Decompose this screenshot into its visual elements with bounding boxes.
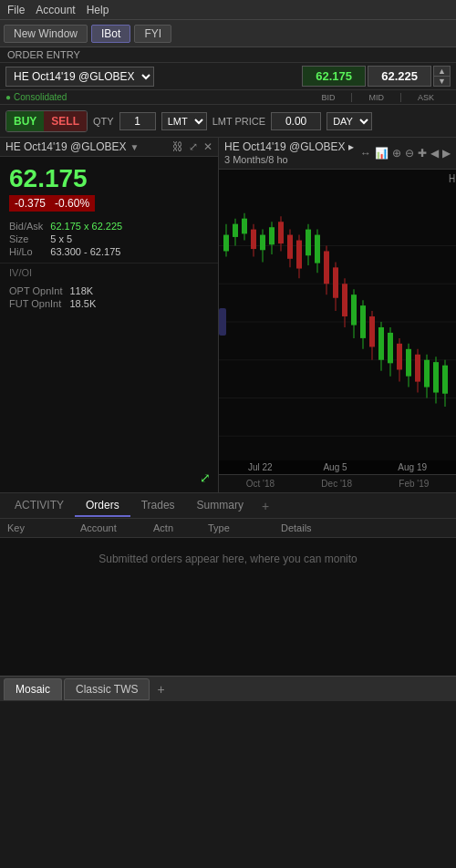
svg-rect-23 <box>296 241 302 269</box>
chart-bar-icon[interactable]: 📊 <box>375 147 389 160</box>
qty-label: QTY <box>93 116 114 127</box>
chart-prev-icon[interactable]: ◀ <box>430 147 439 160</box>
svg-rect-17 <box>269 227 275 244</box>
ibot-button[interactable]: IBot <box>91 25 130 43</box>
size-val: 5 x 5 <box>50 233 209 244</box>
consolidated-label: ● Consolidated <box>5 92 67 102</box>
bid-label: BID <box>321 93 335 102</box>
svg-rect-21 <box>287 235 293 259</box>
tab-content: Key Account Actn Type Details Submitted … <box>0 519 456 676</box>
panel-dropdown-icon[interactable]: ▼ <box>130 142 140 152</box>
col-account: Account <box>80 522 153 533</box>
iv-oi-section: IV/OI <box>0 263 218 280</box>
chart-scroll-left[interactable] <box>219 308 226 336</box>
footer-tab-add-button[interactable]: + <box>151 682 170 697</box>
col-actn: Actn <box>153 522 208 533</box>
chart-x-labels: Jul 22 Aug 5 Aug 19 <box>219 460 456 474</box>
tab-add-button[interactable]: + <box>254 499 276 513</box>
tab-summary[interactable]: Summary <box>186 495 254 517</box>
new-window-button[interactable]: New Window <box>4 25 88 43</box>
chart-x-label-2: Aug 5 <box>323 462 347 472</box>
col-details: Details <box>281 522 449 533</box>
svg-rect-13 <box>251 230 256 249</box>
svg-rect-29 <box>324 251 329 284</box>
main-area: HE Oct14'19 @GLOBEX ▼ ⛓ ⤢ ✕ 62.175 -0.37… <box>0 138 456 493</box>
svg-rect-35 <box>351 294 357 325</box>
svg-rect-7 <box>223 235 229 252</box>
left-panel: HE Oct14'19 @GLOBEX ▼ ⛓ ⤢ ✕ 62.175 -0.37… <box>0 138 219 492</box>
buy-sell-group: BUY SELL <box>5 110 88 132</box>
bottom-expand-icon[interactable]: ⤢ <box>200 470 211 485</box>
chart-title: HE Oct14'19 @GLOBEX ▸ 3 Months/8 ho <box>224 140 360 166</box>
symbol-select[interactable]: HE Oct14'19 @GLOBEX <box>5 67 154 87</box>
expand-icon[interactable]: ⤢ <box>189 140 198 153</box>
orders-empty-message: Submitted orders appear here, where you … <box>0 538 456 580</box>
day-select[interactable]: DAY GTC IOC <box>326 112 372 130</box>
main-price: 62.175 <box>9 164 209 193</box>
mid-label: MID <box>368 93 384 102</box>
tab-orders[interactable]: Orders <box>75 495 130 517</box>
menu-bar: File Account Help <box>0 0 456 20</box>
opt-opnint-val: 118K <box>70 285 210 296</box>
order-entry-label: ORDER ENTRY <box>7 49 80 60</box>
lmt-price-label: LMT PRICE <box>212 116 265 127</box>
tab-activity[interactable]: ACTIVITY <box>4 495 75 517</box>
price-spinner[interactable]: ▲ ▼ <box>433 66 451 87</box>
svg-rect-45 <box>397 344 402 370</box>
opt-opnint-key: OPT OpnInt <box>9 285 63 296</box>
chart-date-labels: Oct '18 Dec '18 Feb '19 <box>223 479 452 489</box>
footer-tab-classic-tws[interactable]: Classic TWS <box>64 678 150 700</box>
chart-panel: HE Oct14'19 @GLOBEX ▸ 3 Months/8 ho ↔ 📊 … <box>219 138 456 492</box>
buy-button[interactable]: BUY <box>6 111 44 131</box>
svg-rect-55 <box>442 366 448 394</box>
chart-area[interactable]: H Jul 22 Aug 5 Aug 19 <box>219 170 456 474</box>
left-panel-title: HE Oct14'19 @GLOBEX ▼ <box>5 140 139 153</box>
chart-zoom-in-icon[interactable]: ⊕ <box>392 147 401 160</box>
chart-date-scroll[interactable]: Oct '18 Dec '18 Feb '19 <box>219 474 456 492</box>
bid-ask-val: 62.175 x 62.225 <box>50 221 209 232</box>
table-header: Key Account Actn Type Details <box>0 519 456 538</box>
chart-zoom-out-icon[interactable]: ⊖ <box>405 147 414 160</box>
svg-rect-27 <box>315 235 320 264</box>
svg-rect-37 <box>360 305 366 338</box>
sell-button[interactable]: SELL <box>44 111 87 131</box>
svg-rect-49 <box>415 355 420 382</box>
menu-file[interactable]: File <box>7 4 25 16</box>
panel-icons: ⛓ ⤢ ✕ <box>172 140 212 153</box>
hi-lo-val: 63.300 - 62.175 <box>50 246 209 257</box>
svg-rect-41 <box>378 327 384 360</box>
qty-input[interactable] <box>119 112 156 130</box>
svg-rect-25 <box>306 230 311 256</box>
ask-price-box: 62.225 <box>368 66 431 87</box>
col-key: Key <box>7 522 80 533</box>
price-change: -0.375 -0.60% <box>9 195 95 212</box>
chart-date-3: Feb '19 <box>399 479 429 489</box>
svg-rect-33 <box>342 284 347 316</box>
data-grid: Bid/Ask 62.175 x 62.225 Size 5 x 5 Hi/Lo… <box>0 215 218 263</box>
price-input[interactable] <box>271 112 321 130</box>
chart-date-1: Oct '18 <box>246 479 275 489</box>
col-type: Type <box>208 522 281 533</box>
close-icon[interactable]: ✕ <box>203 140 212 153</box>
chart-next-icon[interactable]: ▶ <box>442 147 451 160</box>
footer-tab-mosaic[interactable]: Mosaic <box>4 678 62 700</box>
tab-trades[interactable]: Trades <box>130 495 186 517</box>
chart-x-label-3: Aug 19 <box>398 462 427 472</box>
fut-opnint-key: FUT OpnInt <box>9 298 63 309</box>
chart-h-label: H <box>449 172 455 184</box>
bid-price-box: 62.175 <box>302 66 366 87</box>
svg-rect-31 <box>333 267 338 297</box>
fyi-button[interactable]: FYI <box>134 25 171 43</box>
chart-date-2: Dec '18 <box>321 479 352 489</box>
chart-crosshair-icon[interactable]: ✚ <box>418 147 427 160</box>
menu-help[interactable]: Help <box>87 4 109 16</box>
chart-cursor-icon[interactable]: ↔ <box>360 147 371 160</box>
price-display: 62.175 -0.375 -0.60% <box>0 157 218 215</box>
link-icon[interactable]: ⛓ <box>172 140 183 153</box>
lmt-select[interactable]: LMT MKT STP <box>161 112 207 130</box>
menu-account[interactable]: Account <box>36 4 75 16</box>
svg-rect-39 <box>369 316 375 346</box>
bid-ask-key: Bid/Ask <box>9 221 43 232</box>
svg-rect-11 <box>242 219 247 234</box>
svg-rect-19 <box>278 222 284 243</box>
